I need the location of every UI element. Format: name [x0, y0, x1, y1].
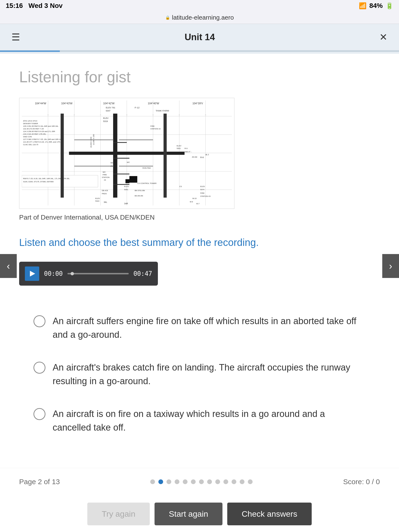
dot-3	[166, 479, 171, 484]
option-text-3: An aircraft is on fire on a taxiway whic…	[53, 407, 366, 434]
progress-bar-track	[0, 51, 399, 52]
svg-text:16,000 X 200: 16,000 X 200	[90, 137, 92, 148]
lock-icon: 🔒	[165, 15, 170, 20]
bottom-buttons: Try again Start again Check answers	[0, 495, 399, 532]
dot-2	[158, 479, 163, 484]
svg-text:104°40'W: 104°40'W	[148, 102, 159, 105]
svg-text:FIRE: FIRE	[151, 125, 155, 127]
svg-text:5319: 5319	[103, 120, 108, 122]
svg-text:M-7: M-7	[196, 203, 200, 205]
svg-text:ATIS 125.6 379.9: ATIS 125.6 379.9	[23, 120, 37, 122]
svg-text:BN 5701 BN: BN 5701 BN	[135, 190, 145, 192]
top-nav: ☰ Unit 14 ✕	[0, 24, 399, 51]
svg-rect-91	[129, 176, 137, 183]
dot-11	[232, 479, 236, 484]
svg-text:104°39'V: 104°39'V	[192, 102, 203, 105]
svg-text:GND CON: GND CON	[23, 136, 32, 138]
hamburger-button[interactable]: ☰	[10, 30, 22, 44]
svg-text:ELEV: ELEV	[124, 185, 129, 188]
dot-8	[207, 479, 212, 484]
section-title: Listening for gist	[19, 68, 380, 86]
svg-text:34R: 34R	[124, 202, 128, 205]
svg-text:ELEV: ELEV	[103, 117, 109, 119]
audio-time-start: 00:00	[44, 270, 63, 277]
dot-6	[191, 479, 196, 484]
svg-text:#4: #4	[104, 179, 106, 181]
svg-rect-34	[113, 114, 117, 198]
start-again-button[interactable]: Start again	[155, 503, 222, 525]
footer: Page 2 of 13 Score: 0 / 0	[0, 468, 399, 495]
svg-text:132.35 273.55 RWY 7-25: 132.35 273.55 RWY 7-25	[23, 128, 44, 130]
svg-rect-35	[69, 152, 185, 155]
play-button[interactable]	[25, 266, 39, 281]
svg-text:R-9: R-9	[184, 147, 187, 150]
progress-bar-fill	[0, 51, 60, 52]
page-title: Unit 14	[22, 32, 377, 42]
dot-5	[183, 479, 188, 484]
close-button[interactable]: ✕	[377, 30, 389, 44]
svg-text:/080.9°--: /080.9°--	[184, 151, 192, 153]
svg-text:WC: WC	[127, 161, 130, 163]
airport-diagram: 104°44'W 104°43'W 104°42'W 104°40'W 104°…	[19, 98, 234, 209]
airport-chart-svg: 104°44'W 104°43'W 104°42'W 104°40'W 104°…	[22, 101, 232, 205]
svg-text:STATION #3: STATION #3	[200, 195, 210, 197]
dot-12	[240, 479, 244, 484]
svg-text:127.5 380.3 RWYS 7-25, 16L-34R: 127.5 380.3 RWYS 7-25, 16L-34R and 16R-3…	[23, 138, 62, 140]
option-item-2[interactable]: An aircraft's brakes catch fire on landi…	[19, 351, 380, 398]
dot-13	[248, 479, 253, 484]
airport-diagram-container: 104°44'W 104°43'W 104°42'W 104°40'W 104°…	[19, 98, 234, 209]
svg-text:M-10: M-10	[192, 197, 196, 200]
status-icons: 📶 84% 🔋	[359, 2, 393, 10]
svg-text:FIRE: FIRE	[200, 192, 204, 194]
diagram-caption: Part of Denver International, USA DEN/KD…	[19, 214, 380, 221]
options-list: An aircraft suffers engine fire on take …	[19, 305, 380, 444]
svg-text:135.3 351.95 RWYS 16L-34R and : 135.3 351.95 RWYS 16L-34R and 16R-34L	[23, 125, 59, 127]
battery-label: 84%	[369, 2, 383, 10]
svg-rect-73	[61, 114, 64, 198]
check-answers-button[interactable]: Check answers	[227, 503, 311, 525]
instructions-text: Listen and choose the best summary of th…	[19, 236, 380, 250]
audio-progress-thumb	[70, 272, 74, 275]
main-content: Listening for gist	[0, 54, 399, 458]
svg-text:TANK FARM: TANK FARM	[156, 109, 169, 112]
option-item-1[interactable]: An aircraft suffers engine fire on take …	[19, 305, 380, 351]
dot-7	[199, 479, 204, 484]
dot-1	[150, 479, 155, 484]
status-time: 15:16 Wed 3 Nov	[6, 2, 63, 10]
svg-text:S100, D200, ST175, DT380, DDT8: S100, D200, ST175, DT380, DDT850	[23, 181, 54, 183]
svg-text:WC: WC	[103, 171, 106, 173]
wifi-icon: 📶	[359, 2, 367, 10]
nav-next-button[interactable]: ›	[382, 254, 399, 278]
pagination-dots	[150, 479, 253, 484]
nav-prev-button[interactable]: ‹	[0, 254, 17, 278]
radio-button-3[interactable]	[33, 408, 45, 420]
svg-text:DE-ICE: DE-ICE	[102, 190, 108, 192]
dot-9	[215, 479, 220, 484]
radio-button-1[interactable]	[33, 315, 45, 327]
svg-text:5374: 5374	[200, 189, 204, 191]
svg-text:ZN EE: ZN EE	[192, 156, 197, 158]
svg-text:DENVER TOWER: DENVER TOWER	[23, 122, 38, 125]
svg-text:34L: 34L	[104, 201, 107, 203]
url-bar: 🔒 latitude-elearning.aero	[0, 12, 399, 24]
audio-player: 00:00 00:47	[19, 262, 158, 286]
try-again-button[interactable]: Try again	[87, 503, 150, 525]
svg-text:R-8: R-8	[200, 156, 203, 158]
svg-text:104°42'W: 104°42'W	[103, 102, 114, 105]
svg-text:R-7: R-7	[205, 154, 209, 156]
dot-4	[175, 479, 179, 484]
svg-text:PADS: PADS	[102, 193, 107, 195]
option-item-3[interactable]: An aircraft is on fire on a taxiway whic…	[19, 398, 380, 444]
url-text: latitude-elearning.aero	[172, 14, 234, 21]
radio-button-2[interactable]	[33, 362, 45, 374]
svg-text:STATION #2: STATION #2	[151, 128, 161, 130]
svg-text:12,000 X 150: 12,000 X 150	[93, 134, 95, 145]
svg-text:BS   AN   AN: BS AN AN	[135, 195, 143, 197]
svg-text:ELEV: ELEV	[177, 145, 182, 147]
option-text-1: An aircraft suffers engine fire on take …	[53, 314, 366, 342]
page-info: Page 2 of 13	[19, 478, 60, 486]
svg-text:CS CONTROL TOWER: CS CONTROL TOWER	[137, 182, 157, 184]
audio-progress-track[interactable]	[67, 273, 128, 274]
play-icon	[30, 271, 35, 277]
progress-bar-container	[0, 51, 399, 54]
